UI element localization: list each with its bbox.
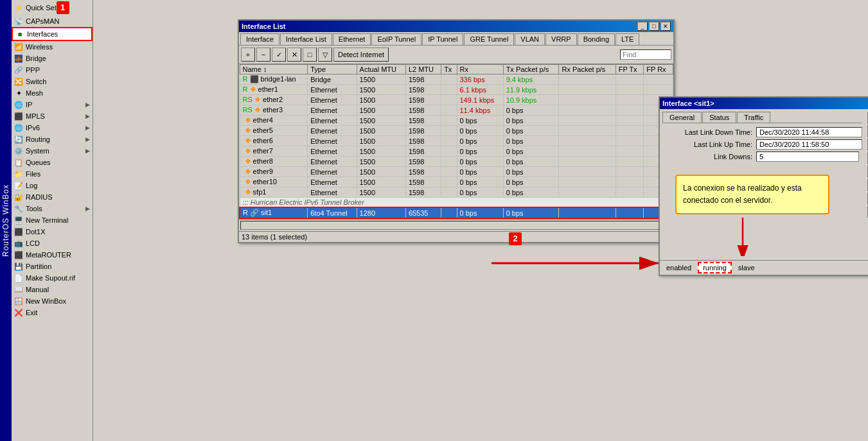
interface-list-window: Interface List _ □ ✕ Interface Interface… (238, 19, 675, 243)
sidebar-item-log[interactable]: 📝 Log (12, 180, 93, 191)
col-fp-tx[interactable]: FP Tx (616, 65, 644, 74)
sidebar-item-wireless[interactable]: 📶 Wireless (12, 41, 93, 53)
supout-icon: 📄 (14, 273, 23, 282)
table-row[interactable]: RS ❖ ether2 Ethernet15001598 149.1 kbps1… (240, 95, 673, 105)
sidebar-item-partition[interactable]: 💾 Partition (12, 261, 93, 272)
window-controls: _ □ ✕ (637, 22, 671, 31)
table-row[interactable]: ❖ ether6 Ethernet15001598 0 bps0 bps (240, 136, 673, 146)
sidebar-item-label: New Terminal (26, 216, 68, 224)
table-row[interactable]: ❖ ether10 Ethernet15001598 0 bps0 bps (240, 177, 673, 187)
col-type[interactable]: Type (308, 65, 357, 74)
table-row[interactable]: R ❖ ether1 Ethernet15001598 6.1 kbps11.9… (240, 85, 673, 95)
sidebar-item-queues[interactable]: 📋 Queues (12, 157, 93, 168)
sidebar-item-ipv6[interactable]: 🌐 IPv6 ▶ (12, 122, 93, 134)
detect-internet-button[interactable]: Detect Internet (333, 48, 389, 62)
sidebar-item-mesh[interactable]: ✦ Mesh (12, 87, 93, 99)
col-fp-rx[interactable]: FP Rx (644, 65, 673, 74)
detail-titlebar: Interface <sit1> _ ✕ (660, 98, 868, 109)
sidebar-item-new-winbox[interactable]: 🪟 New WinBox (12, 295, 93, 307)
detail-tabs: General Status Traffic (662, 112, 862, 123)
col-rx-pkt[interactable]: Rx Packet p/s (559, 65, 616, 74)
search-input[interactable] (620, 49, 671, 60)
tab-ip-tunnel[interactable]: IP Tunnel (422, 33, 463, 45)
tab-bonding[interactable]: Bonding (578, 33, 615, 45)
table-row[interactable]: ❖ ether8 Ethernet15001598 0 bps0 bps (240, 157, 673, 167)
tab-gre-tunnel[interactable]: GRE Tunnel (464, 33, 514, 45)
table-row[interactable]: ❖ ether7 Ethernet15001598 0 bps0 bps (240, 146, 673, 157)
sidebar-item-label: Bridge (26, 55, 46, 62)
enable-button[interactable]: ✓ (272, 48, 286, 62)
last-link-up-value[interactable] (756, 139, 862, 150)
badge-2-container: 2 (509, 232, 522, 245)
horizontal-scrollbar[interactable] (240, 221, 672, 230)
sidebar-item-new-terminal[interactable]: 🖥️ New Terminal (12, 214, 93, 226)
red-arrow-connector (492, 250, 671, 277)
col-l2-mtu[interactable]: L2 MTU (405, 65, 441, 74)
link-downs-field: Link Downs: (662, 151, 862, 162)
annotation-text: La conexion se ha realizado y esta conec… (683, 184, 802, 205)
col-rx[interactable]: Rx (457, 65, 503, 74)
maximize-button[interactable]: □ (649, 22, 659, 31)
sidebar-item-quick-set[interactable]: ⚡ Quick Set 1 (12, 0, 93, 15)
interface-detail-window: Interface <sit1> _ ✕ General Status Traf… (659, 96, 868, 276)
sidebar-item-dot1x[interactable]: ⬛ Dot1X (12, 226, 93, 238)
sidebar-item-tools[interactable]: 🔧 Tools ▶ (12, 203, 93, 214)
tab-vrrp[interactable]: VRRP (545, 33, 577, 45)
sidebar-item-lcd[interactable]: 📺 LCD (12, 238, 93, 249)
last-link-down-value[interactable] (756, 127, 862, 137)
sidebar-item-capsman[interactable]: 📡 CAPsMAN (12, 15, 93, 27)
filter-button[interactable]: ▽ (318, 48, 332, 62)
add-button[interactable]: + (241, 48, 255, 62)
tab-eoip-tunnel[interactable]: EoIP Tunnel (371, 33, 421, 45)
sidebar-item-ppp[interactable]: 🔗 PPP (12, 64, 93, 76)
link-downs-value[interactable] (756, 151, 859, 162)
sidebar-item-interfaces[interactable]: ■ Interfaces (12, 27, 93, 41)
table-row[interactable]: ❖ ether9 Ethernet15001598 0 bps0 bps (240, 167, 673, 177)
sidebar-item-mpls[interactable]: ⬛ MPLS ▶ (12, 110, 93, 122)
log-icon: 📝 (14, 181, 23, 190)
table-row[interactable]: ❖ ether4 Ethernet15001598 0 bps0 bps (240, 116, 673, 126)
remove-button[interactable]: − (256, 48, 270, 62)
copy-button-toolbar[interactable]: □ (303, 48, 317, 62)
tab-vlan[interactable]: VLAN (515, 33, 545, 45)
terminal-icon: 🖥️ (14, 216, 23, 225)
sidebar-item-exit[interactable]: ❌ Exit (12, 307, 93, 318)
wireless-icon: 📶 (14, 42, 23, 51)
sidebar-item-ip[interactable]: 🌐 IP ▶ (12, 99, 93, 110)
tab-interface-list[interactable]: Interface List (280, 33, 332, 45)
disable-button[interactable]: ✕ (287, 48, 301, 62)
sidebar-item-label: System (26, 147, 49, 155)
sidebar-item-make-supout[interactable]: 📄 Make Supout.rif (12, 272, 93, 284)
detail-tab-traffic[interactable]: Traffic (737, 112, 770, 123)
minimize-button[interactable]: _ (637, 22, 648, 31)
badge-1: 1 (57, 1, 69, 14)
col-actual-mtu[interactable]: Actual MTU (357, 65, 405, 74)
col-tx-pkt[interactable]: Tx Packet p/s (503, 65, 559, 74)
selected-row-sit1[interactable]: R 🔗 sit1 6to4 Tunnel128065535 0 bps0 bps (240, 207, 673, 218)
col-tx[interactable]: Tx (441, 65, 457, 74)
table-row[interactable]: RS ❖ ether3 Ethernet15001598 11.4 kbps0 … (240, 105, 673, 116)
detail-tab-status[interactable]: Status (702, 112, 736, 123)
table-row[interactable]: ❖ sfp1 Ethernet15001598 0 bps0 bps (240, 187, 673, 198)
tab-interface[interactable]: Interface (240, 33, 279, 45)
exit-icon: ❌ (14, 308, 23, 317)
iface-window-titlebar: Interface List _ □ ✕ (239, 21, 673, 32)
sidebar-item-manual[interactable]: 📖 Manual (12, 284, 93, 295)
sidebar-item-routing[interactable]: 🔄 Routing ▶ (12, 134, 93, 145)
sidebar-item-switch[interactable]: 🔀 Switch (12, 76, 93, 87)
switch-icon: 🔀 (14, 77, 23, 86)
sidebar-item-radius[interactable]: 🔐 RADIUS (12, 191, 93, 203)
table-row[interactable]: ❖ ether5 Ethernet15001598 0 bps0 bps (240, 126, 673, 136)
sidebar-item-files[interactable]: 📁 Files (12, 168, 93, 180)
table-row[interactable]: R ⬛ bridge1-lan Bridge15001598 336 bps9.… (240, 74, 673, 85)
detail-tab-general[interactable]: General (662, 112, 702, 123)
col-name[interactable]: Name ↕ (240, 65, 308, 74)
sidebar-item-metarouter[interactable]: ⬛ MetaROUTER (12, 249, 93, 261)
sidebar-item-label: Files (26, 170, 40, 178)
sidebar-item-bridge[interactable]: 🌉 Bridge (12, 53, 93, 64)
tab-lte[interactable]: LTE (616, 33, 639, 45)
close-button[interactable]: ✕ (660, 22, 671, 31)
sidebar-item-system[interactable]: ⚙️ System ▶ (12, 145, 93, 157)
tab-ethernet[interactable]: Ethernet (333, 33, 371, 45)
interfaces-icon: ■ (15, 30, 24, 39)
